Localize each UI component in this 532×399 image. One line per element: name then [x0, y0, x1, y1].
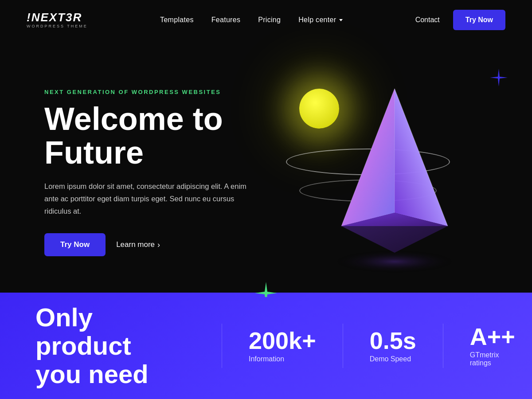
stats-divider-3 — [443, 324, 443, 368]
nav-try-now-button[interactable]: Try Now — [453, 10, 505, 30]
stats-divider — [222, 324, 222, 368]
green-star-divider — [255, 282, 277, 297]
nav-contact-link[interactable]: Contact — [415, 16, 440, 24]
hero-description: Lorem ipsum dolor sit amet, consectetur … — [44, 180, 262, 217]
pyramid-3d — [306, 75, 483, 279]
hero-try-now-button[interactable]: Try Now — [44, 233, 106, 256]
nav-item-templates[interactable]: Templates — [160, 16, 194, 23]
hero-tag: NEXT GENERATION OF WORDPRESS WEBSITES — [44, 89, 288, 95]
hero-section: NEXT GENERATION OF WORDPRESS WEBSITES We… — [0, 0, 532, 297]
hero-buttons: Try Now Learn more › — [44, 233, 288, 256]
hero-learn-more-button[interactable]: Learn more › — [116, 240, 160, 250]
stat-label-2: GTmetrix ratings — [470, 351, 515, 367]
chevron-down-icon — [339, 19, 343, 21]
stats-main-heading: Only product you need — [35, 303, 195, 388]
logo-text: !NEXT3R — [27, 12, 88, 23]
nav-item-help-center[interactable]: Help center — [298, 16, 343, 24]
stat-label-0: Information — [249, 355, 316, 363]
stat-number-1: 0.5s — [370, 329, 416, 352]
nav-links: Templates Features Pricing Help center — [160, 16, 343, 24]
stat-number-0: 200k+ — [249, 329, 316, 352]
stat-number-2: A++ — [470, 325, 515, 348]
stats-divider-2 — [343, 324, 343, 368]
stats-section: Only product you need 200k+ Information … — [0, 293, 532, 399]
svg-point-0 — [337, 250, 452, 273]
stat-item-1: 0.5s Demo Speed — [370, 329, 416, 363]
nav-right: Contact Try Now — [415, 10, 505, 30]
logo-subtitle: WORDPRESS THEME — [27, 24, 88, 28]
stat-item-0: 200k+ Information — [249, 329, 316, 363]
nav-item-features[interactable]: Features — [211, 16, 241, 23]
hero-title: Welcome to Future — [44, 102, 288, 169]
hero-content: NEXT GENERATION OF WORDPRESS WEBSITES We… — [44, 89, 288, 256]
logo: !NEXT3R WORDPRESS THEME — [27, 12, 88, 28]
learn-more-arrow-icon: › — [157, 240, 160, 250]
stat-label-1: Demo Speed — [370, 355, 416, 363]
navigation: !NEXT3R WORDPRESS THEME Templates Featur… — [0, 0, 532, 40]
nav-item-pricing[interactable]: Pricing — [258, 16, 281, 23]
stat-item-2: A++ GTmetrix ratings — [470, 325, 515, 367]
